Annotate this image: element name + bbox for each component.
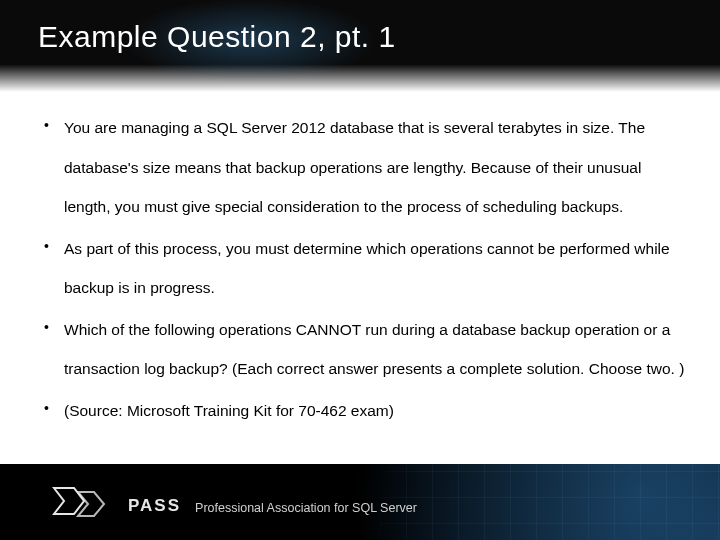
slide: Example Question 2, pt. 1 You are managi… [0, 0, 720, 540]
footer-band: PASS Professional Association for SQL Se… [0, 464, 720, 540]
list-item: Which of the following operations CANNOT… [38, 310, 692, 389]
list-item: You are managing a SQL Server 2012 datab… [38, 108, 692, 227]
list-item: (Source: Microsoft Training Kit for 70-4… [38, 391, 692, 431]
slide-title: Example Question 2, pt. 1 [38, 20, 396, 54]
list-item: As part of this process, you must determ… [38, 229, 692, 308]
slide-body: You are managing a SQL Server 2012 datab… [38, 108, 692, 432]
bullet-list: You are managing a SQL Server 2012 datab… [38, 108, 692, 430]
footer-logo-text: PASS [128, 496, 181, 516]
org-short-name: PASS [128, 496, 181, 516]
pass-logo-icon [52, 486, 114, 526]
footer-logo-block: PASS Professional Association for SQL Se… [52, 486, 417, 526]
org-full-name: Professional Association for SQL Server [195, 501, 417, 515]
